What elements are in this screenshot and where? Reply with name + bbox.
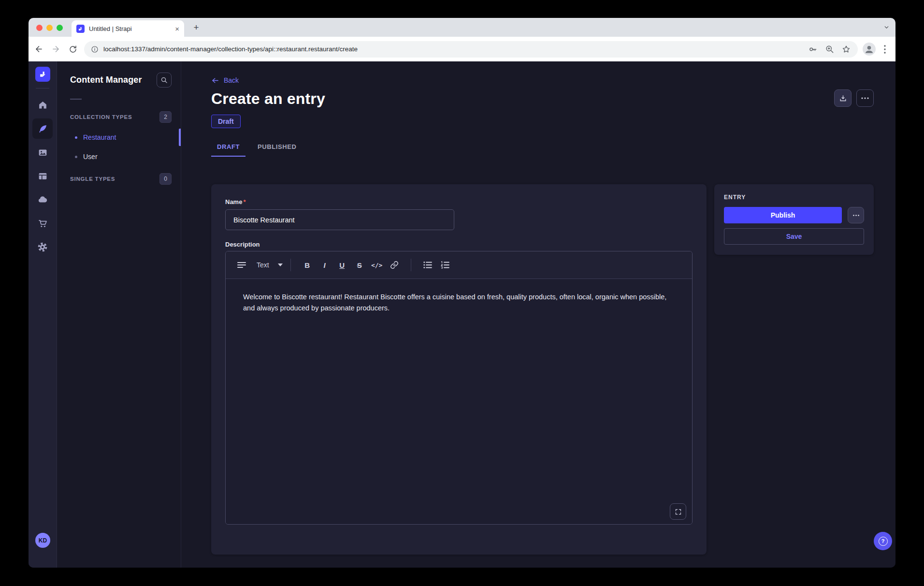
star-icon[interactable] — [841, 44, 851, 54]
toolbar-separator — [290, 259, 291, 271]
version-tabs: DRAFT PUBLISHED — [211, 143, 874, 157]
close-window-button[interactable] — [36, 25, 43, 31]
strapi-app: KD Content Manager COLLECTION TYPES 2 Re… — [29, 61, 895, 568]
collection-types-count-badge: 2 — [159, 111, 172, 123]
key-icon[interactable] — [808, 44, 818, 54]
panel-divider — [70, 99, 82, 100]
single-types-label: SINGLE TYPES — [70, 176, 115, 182]
content-type-builder-icon[interactable] — [32, 166, 53, 186]
browser-window: Untitled | Strapi × + localhost:1337/adm… — [29, 18, 895, 568]
reload-icon[interactable] — [64, 41, 81, 58]
entry-more-button[interactable] — [848, 207, 864, 223]
url-bar[interactable]: localhost:1337/admin/content-manager/col… — [84, 41, 858, 58]
sidebar-item-restaurant[interactable]: Restaurant — [57, 132, 181, 142]
collection-types-section: COLLECTION TYPES 2 — [70, 111, 172, 123]
browser-tab[interactable]: Untitled | Strapi × — [72, 20, 184, 37]
panel-title: Content Manager — [70, 75, 142, 85]
forward-icon[interactable] — [47, 41, 64, 58]
media-library-icon[interactable] — [32, 142, 53, 162]
bullet-list-icon[interactable] — [419, 258, 436, 272]
question-icon: ? — [879, 537, 888, 546]
strikethrough-button[interactable]: S — [351, 258, 368, 272]
info-icon[interactable] — [91, 45, 99, 53]
profile-icon[interactable] — [863, 43, 876, 56]
close-tab-button[interactable]: × — [175, 25, 179, 32]
cloud-icon[interactable] — [32, 190, 53, 210]
page-title: Create an entry — [211, 90, 874, 108]
description-field[interactable]: Welcome to Biscotte restaurant! Restaura… — [226, 279, 692, 524]
traffic-lights — [36, 25, 63, 31]
entry-sidebar-card: ENTRY Publish Save — [714, 184, 874, 255]
required-mark: * — [243, 198, 245, 205]
collection-types-label: COLLECTION TYPES — [70, 114, 132, 120]
tab-draft[interactable]: DRAFT — [211, 143, 245, 157]
more-options-button[interactable] — [856, 89, 874, 107]
tab-strip: Untitled | Strapi × + — [29, 18, 895, 37]
name-field[interactable] — [225, 209, 454, 230]
user-avatar[interactable]: KD — [35, 533, 50, 548]
content-manager-icon[interactable] — [32, 118, 53, 139]
active-indicator — [179, 129, 181, 146]
save-button[interactable]: Save — [724, 228, 864, 245]
zoom-window-button[interactable] — [57, 25, 63, 31]
code-button[interactable]: </> — [368, 258, 386, 272]
link-icon[interactable] — [386, 258, 403, 272]
help-button[interactable]: ? — [874, 532, 892, 550]
menu-dots-icon[interactable] — [880, 45, 890, 54]
search-icon[interactable] — [157, 73, 172, 88]
publish-button[interactable]: Publish — [724, 207, 842, 223]
block-type-select[interactable]: Text — [257, 261, 269, 269]
text-style-icon[interactable] — [237, 262, 246, 268]
tab-search-chevron-icon[interactable] — [883, 24, 890, 30]
tab-published[interactable]: PUBLISHED — [252, 143, 303, 157]
toolbar-separator — [411, 259, 411, 271]
back-arrow-icon — [211, 76, 219, 85]
back-label: Back — [224, 76, 239, 84]
tab-title: Untitled | Strapi — [89, 25, 171, 32]
description-label: Description — [225, 241, 693, 248]
settings-icon[interactable] — [32, 237, 53, 257]
marketplace-icon[interactable] — [32, 213, 53, 234]
sidebar-item-label: User — [83, 153, 98, 161]
content-manager-panel: Content Manager COLLECTION TYPES 2 Resta… — [57, 61, 181, 568]
dropdown-caret-icon[interactable] — [278, 264, 283, 266]
bold-button[interactable]: B — [299, 258, 316, 272]
zoom-icon[interactable] — [825, 44, 834, 54]
url-text[interactable]: localhost:1337/admin/content-manager/col… — [103, 45, 801, 53]
back-link[interactable]: Back — [211, 61, 874, 85]
export-button[interactable] — [834, 89, 852, 107]
rail-divider — [36, 88, 49, 88]
single-types-section: SINGLE TYPES 0 — [70, 173, 172, 185]
back-icon[interactable] — [30, 41, 47, 58]
status-badge: Draft — [211, 115, 241, 128]
main-content: Back Create an entry Draft DRAFT PUBLISH… — [181, 61, 895, 568]
sidebar-item-user[interactable]: User — [57, 152, 181, 161]
numbered-list-icon[interactable] — [436, 258, 454, 272]
underline-button[interactable]: U — [333, 258, 351, 272]
bullet-icon — [75, 136, 77, 139]
description-text: Welcome to Biscotte restaurant! Restaura… — [243, 293, 666, 312]
entry-form-card: Name* Description Text — [211, 184, 707, 555]
browser-toolbar: localhost:1337/admin/content-manager/col… — [29, 37, 895, 61]
rich-text-editor: Text B I U S </> — [225, 251, 693, 525]
italic-button[interactable]: I — [316, 258, 333, 272]
sidebar-item-label: Restaurant — [83, 133, 116, 141]
nav-rail: KD — [29, 61, 57, 568]
name-label: Name* — [225, 198, 693, 205]
entry-panel-title: ENTRY — [724, 194, 864, 201]
strapi-logo[interactable] — [35, 67, 50, 82]
new-tab-button[interactable]: + — [191, 22, 202, 33]
expand-icon[interactable] — [670, 503, 686, 520]
bullet-icon — [75, 156, 77, 158]
strapi-favicon — [76, 25, 85, 33]
editor-toolbar: Text B I U S </> — [226, 251, 692, 279]
minimize-window-button[interactable] — [46, 25, 53, 31]
single-types-count-badge: 0 — [159, 173, 172, 185]
home-icon[interactable] — [32, 95, 53, 115]
